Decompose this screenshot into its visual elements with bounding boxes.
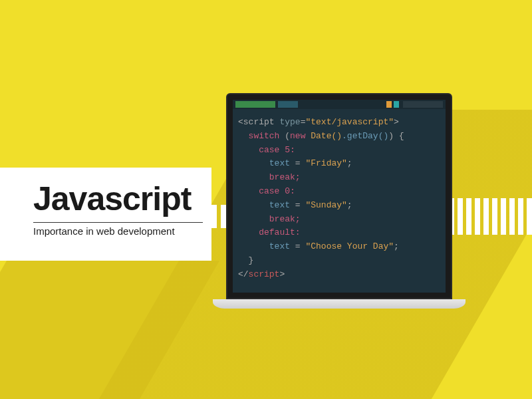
page-subtitle: Importance in web development: [33, 225, 198, 237]
title-panel: Javascript Importance in web development: [0, 168, 211, 261]
laptop-base: [213, 299, 466, 309]
editor-chrome-dot: [394, 101, 399, 108]
editor-tab-bar: [233, 100, 446, 109]
editor-tab-active: [235, 101, 275, 108]
editor-chrome-bar: [403, 101, 443, 108]
editor-chrome-dot: [386, 101, 392, 108]
code-content: <script type="text/javascript"> switch (…: [233, 109, 446, 289]
page-title: Javascript: [33, 180, 198, 218]
laptop-illustration: <script type="text/javascript"> switch (…: [226, 93, 466, 309]
code-editor-screen: <script type="text/javascript"> switch (…: [233, 100, 446, 293]
laptop-screen-frame: <script type="text/javascript"> switch (…: [226, 93, 452, 299]
editor-tab: [278, 101, 298, 108]
divider: [33, 222, 203, 223]
